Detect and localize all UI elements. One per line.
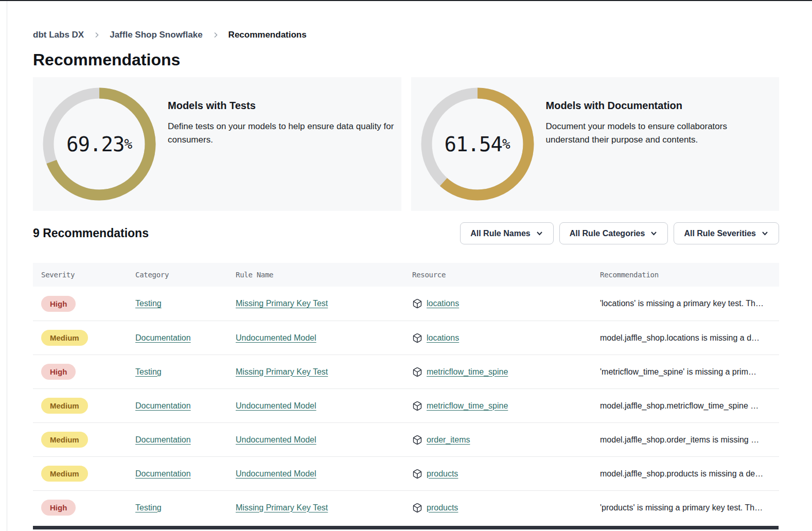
resource-link[interactable]: metricflow_time_spine (427, 367, 508, 377)
filter-label: All Rule Severities (684, 229, 756, 238)
documentation-percent-value: 61.54% (421, 87, 534, 201)
documentation-donut-chart: 61.54% (421, 87, 534, 201)
rule-name-link[interactable]: Undocumented Model (236, 435, 316, 444)
severity-badge: Medium (41, 432, 88, 448)
window-top-edge (0, 0, 812, 1)
card-description: Define tests on your models to help ensu… (168, 120, 401, 147)
list-header: 9 Recommendations All Rule Names All Rul… (33, 222, 779, 244)
rule-name-link[interactable]: Missing Primary Key Test (236, 367, 328, 376)
column-header-recommendation: Recommendation (592, 271, 779, 279)
severity-badge: High (41, 364, 76, 380)
filter-rule-categories-dropdown[interactable]: All Rule Categories (559, 222, 668, 244)
recommendation-text: model.jaffle_shop.products is missing a … (600, 469, 763, 478)
summary-cards: 69.23% Models with Tests Define tests on… (33, 77, 779, 211)
column-header-resource: Resource (404, 271, 592, 279)
severity-badge: Medium (41, 466, 88, 482)
card-description: Document your models to ensure collabora… (546, 120, 748, 147)
category-link[interactable]: Documentation (135, 435, 191, 444)
category-link[interactable]: Testing (135, 299, 162, 308)
column-header-severity: Severity (33, 271, 127, 279)
model-cube-icon (412, 469, 422, 479)
recommendation-text: model.jaffle_shop.metricflow_time_spine … (600, 401, 758, 410)
severity-badge: Medium (41, 330, 88, 346)
table-row: High Testing Missing Primary Key Test me… (33, 355, 779, 388)
rule-name-link[interactable]: Undocumented Model (236, 469, 316, 478)
table-row: Medium Documentation Undocumented Model … (33, 456, 779, 490)
breadcrumb-item-current: Recommendations (228, 30, 307, 40)
resource-link[interactable]: locations (427, 299, 459, 308)
rule-name-link[interactable]: Missing Primary Key Test (236, 503, 328, 512)
table-row: High Testing Missing Primary Key Test lo… (33, 287, 779, 321)
resource-link[interactable]: metricflow_time_spine (427, 401, 508, 411)
column-header-rule-name: Rule Name (227, 271, 404, 279)
table-row: Medium Documentation Undocumented Model … (33, 321, 779, 355)
recommendations-page: dbt Labs DX Jaffle Shop Snowflake Recomm… (0, 0, 812, 524)
resource-link[interactable]: order_items (427, 435, 470, 445)
breadcrumb-item-account[interactable]: dbt Labs DX (33, 30, 84, 40)
resource-link[interactable]: products (427, 469, 458, 479)
recommendation-text: 'products' is missing a primary key test… (600, 503, 763, 512)
category-link[interactable]: Testing (135, 367, 162, 376)
models-with-tests-card: 69.23% Models with Tests Define tests on… (33, 77, 401, 211)
chevron-down-icon (650, 229, 658, 237)
chevron-right-icon (93, 31, 100, 39)
panel-left-divider (7, 0, 7, 531)
column-header-category: Category (127, 271, 227, 279)
severity-badge: Medium (41, 398, 88, 414)
page-title: Recommendations (33, 49, 779, 70)
recommendation-text: model.jaffle_shop.order_items is missing… (600, 435, 759, 444)
model-cube-icon (412, 435, 422, 445)
category-link[interactable]: Documentation (135, 333, 191, 342)
resource-link[interactable]: locations (427, 333, 459, 343)
category-link[interactable]: Documentation (135, 469, 191, 478)
rule-name-link[interactable]: Undocumented Model (236, 333, 316, 342)
tests-donut-chart: 69.23% (43, 87, 156, 201)
recommendation-text: 'metricflow_time_spine' is missing a pri… (600, 367, 756, 376)
model-cube-icon (412, 401, 422, 411)
chevron-right-icon (212, 31, 219, 39)
recommendations-count: 9 Recommendations (33, 226, 149, 240)
card-title: Models with Tests (168, 100, 401, 112)
bottom-cutoff-bar (33, 526, 779, 529)
tests-percent-value: 69.23% (43, 87, 156, 201)
model-cube-icon (412, 333, 422, 343)
severity-badge: High (41, 296, 76, 312)
filter-bar: All Rule Names All Rule Categories All R… (460, 222, 779, 244)
table-header-row: Severity Category Rule Name Resource Rec… (33, 263, 779, 287)
resource-link[interactable]: products (427, 503, 458, 512)
table-row: High Testing Missing Primary Key Test pr… (33, 490, 779, 524)
filter-label: All Rule Categories (570, 229, 645, 238)
severity-badge: High (41, 500, 76, 516)
category-link[interactable]: Documentation (135, 401, 191, 410)
rule-name-link[interactable]: Missing Primary Key Test (236, 299, 328, 308)
chevron-down-icon (761, 229, 769, 237)
card-title: Models with Documentation (546, 100, 748, 112)
breadcrumb: dbt Labs DX Jaffle Shop Snowflake Recomm… (33, 30, 779, 40)
table-row: Medium Documentation Undocumented Model … (33, 388, 779, 422)
chevron-down-icon (536, 229, 543, 237)
filter-rule-names-dropdown[interactable]: All Rule Names (460, 222, 553, 244)
table-row: Medium Documentation Undocumented Model … (33, 422, 779, 456)
recommendations-table: Severity Category Rule Name Resource Rec… (33, 263, 779, 524)
model-cube-icon (412, 298, 422, 309)
recommendation-text: 'locations' is missing a primary key tes… (600, 299, 764, 308)
category-link[interactable]: Testing (135, 503, 162, 512)
table-body: High Testing Missing Primary Key Test lo… (33, 287, 779, 524)
recommendation-text: model.jaffle_shop.locations is missing a… (600, 333, 760, 342)
filter-label: All Rule Names (470, 229, 530, 238)
rule-name-link[interactable]: Undocumented Model (236, 401, 316, 410)
model-cube-icon (412, 503, 422, 513)
filter-rule-severities-dropdown[interactable]: All Rule Severities (674, 222, 779, 244)
breadcrumb-item-project[interactable]: Jaffle Shop Snowflake (110, 30, 202, 40)
model-cube-icon (412, 367, 422, 377)
models-with-documentation-card: 61.54% Models with Documentation Documen… (411, 77, 780, 211)
